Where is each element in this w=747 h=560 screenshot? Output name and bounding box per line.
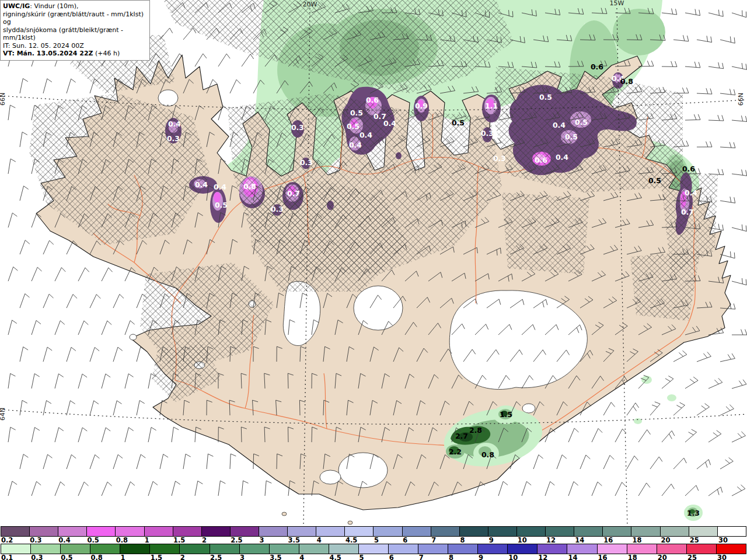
- legend-threshold-label: 9: [478, 554, 508, 560]
- legend-color-cell: [508, 544, 537, 554]
- legend-threshold-label: 4.5: [345, 537, 374, 544]
- legend-threshold-label: 3: [259, 537, 287, 544]
- legend-threshold-label: 2.5: [210, 554, 239, 560]
- precip-value-label: 0.7: [287, 189, 300, 198]
- precip-value-label: 0.6: [591, 62, 603, 71]
- legend-threshold-label: 14: [567, 554, 597, 560]
- precip-value-label: 0.8: [620, 77, 633, 86]
- legend-color-cell: [58, 527, 87, 536]
- legend-color-cell: [478, 544, 508, 554]
- legend-threshold-label: 4: [316, 537, 345, 544]
- legend-threshold-label: 5: [359, 554, 389, 560]
- legend-color-cell: [546, 527, 574, 536]
- legend-color-cell: [1, 527, 30, 536]
- legend-color-cell: [687, 544, 717, 554]
- legend-threshold-label: 3: [239, 554, 269, 560]
- legend-color-cell: [574, 527, 603, 536]
- legend-threshold-label: 20: [657, 554, 687, 560]
- precip-value-label: 0.6: [366, 96, 379, 104]
- precip-value-label: 0.5: [215, 201, 228, 209]
- legend-threshold-label: 2: [201, 537, 230, 544]
- legend-threshold-label: 0.2: [1, 537, 29, 544]
- sleet-color-bar-labels: 0.20.30.40.50.811.522.533.544.5567891012…: [1, 537, 746, 544]
- legend-color-cell: [389, 544, 418, 554]
- rain-color-bar-labels: 0.10.30.50.811.522.533.544.5567891012141…: [1, 554, 746, 560]
- legend-color-cell: [718, 527, 746, 536]
- legend-color-cell: [517, 527, 546, 536]
- legend-color-cell: [90, 544, 120, 554]
- legend-color-cell: [627, 544, 657, 554]
- legend-threshold-label: 0.3: [29, 537, 58, 544]
- precip-value-label: 0.4: [359, 131, 372, 139]
- precip-value-label: 0.5: [539, 93, 552, 102]
- graticule-label: 20W: [303, 1, 317, 8]
- precip-value-label: 0.4: [195, 180, 208, 189]
- precip-value-label: 0.4: [214, 183, 226, 191]
- precip-value-label: 0.4: [556, 153, 568, 162]
- legend-threshold-label: 5: [374, 537, 402, 544]
- rain-color-bar: [1, 544, 746, 554]
- legend-threshold-label: 30: [717, 554, 746, 560]
- precip-value-label: 0.8: [481, 450, 494, 459]
- legend-color-cell: [567, 544, 597, 554]
- glacier-drangajokull: [158, 90, 178, 106]
- precip-value-label: 0.3: [481, 129, 494, 138]
- title-box: UWC/IG: Vindur (10m),rigning/skúrir (græ…: [0, 0, 150, 61]
- legend-color-cell: [488, 527, 517, 536]
- legend-threshold-label: 1.5: [173, 537, 201, 544]
- legend-color-cell: [180, 544, 210, 554]
- legend-color-cell: [270, 544, 299, 554]
- title-line: rigning/skúrir (grænt/blátt/rautt - mm/1…: [3, 10, 146, 26]
- glacier-oraefajokull: [522, 404, 535, 413]
- precip-value-label: 0.6: [535, 156, 547, 164]
- legend-color-cell: [418, 544, 448, 554]
- legend-threshold-label: 25: [687, 554, 717, 560]
- legend-color-cell: [116, 527, 144, 536]
- legend-color-cell: [431, 527, 460, 536]
- precip-value-label: 0.4: [349, 141, 362, 149]
- legend-threshold-label: 0.4: [58, 537, 86, 544]
- legend-threshold-label: 2.5: [230, 537, 259, 544]
- legend-threshold-label: 6: [402, 537, 431, 544]
- precip-value-label: 0.5: [648, 176, 661, 185]
- legend-threshold-label: 0.8: [90, 554, 120, 560]
- legend-color-cell: [689, 527, 718, 536]
- legend-threshold-label: 0.5: [86, 537, 115, 544]
- legend-threshold-label: 6: [389, 554, 418, 560]
- legend-color-cell: [1, 544, 31, 554]
- legend-threshold-label: 9: [488, 537, 517, 544]
- legend-color-cell: [288, 527, 316, 536]
- legend-color-cell: [661, 527, 689, 536]
- precip-value-label: 0.3: [271, 205, 284, 214]
- precip-value-label: 0.5: [565, 132, 578, 141]
- legend-threshold-label: 7: [418, 554, 448, 560]
- sleet-color-bar: [1, 526, 746, 537]
- legend-color-cell: [299, 544, 329, 554]
- legend-color-cell: [374, 527, 402, 536]
- legend-threshold-label: 20: [661, 537, 689, 544]
- title-line: IT: Sun. 12. 05. 2024 00Z: [3, 42, 146, 50]
- legend-color-cell: [603, 527, 631, 536]
- precip-value-label: 2.7: [455, 432, 468, 440]
- legend-threshold-label: 1.5: [150, 554, 180, 560]
- legend-color-cell: [359, 544, 389, 554]
- legend-threshold-label: 0.8: [116, 537, 144, 544]
- legend-threshold-label: 0.3: [30, 554, 60, 560]
- precip-value-label: 0.7: [681, 208, 694, 216]
- glacier-myrdalsjokull: [338, 453, 388, 488]
- legend-threshold-label: 8: [460, 537, 488, 544]
- legend-color-cell: [61, 544, 90, 554]
- legend-threshold-label: 10: [517, 537, 546, 544]
- legend-threshold-label: 2: [180, 554, 210, 560]
- legend-color-cell: [537, 544, 567, 554]
- precip-value-label: 1.5: [500, 410, 512, 419]
- legend-threshold-label: 4: [299, 554, 329, 560]
- graticule-label: 64N: [0, 408, 6, 421]
- legend-color-cell: [657, 544, 687, 554]
- legend-color-cell: [30, 527, 58, 536]
- legend-threshold-label: 4.5: [329, 554, 358, 560]
- precip-value-label: 2.2: [449, 447, 462, 456]
- legend-color-cell: [403, 527, 431, 536]
- precip-value-label: 0.5: [347, 122, 359, 131]
- legend-color-cell: [345, 527, 374, 536]
